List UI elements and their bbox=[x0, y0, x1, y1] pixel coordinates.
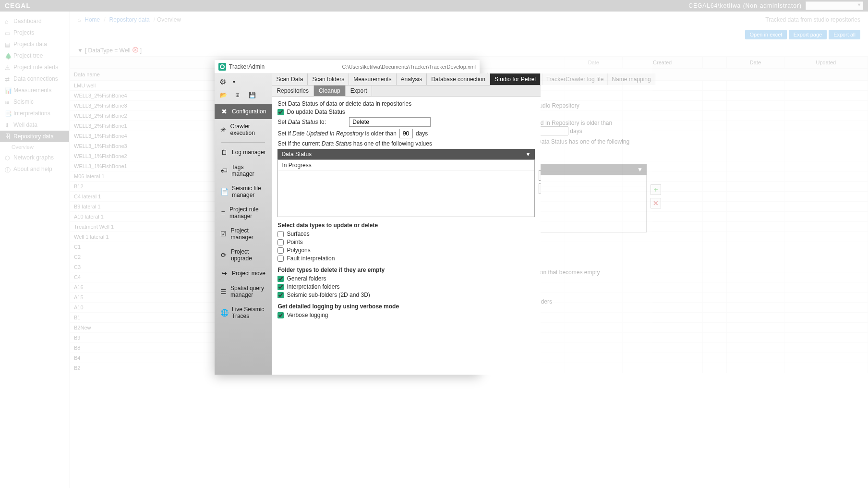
subtab-export[interactable]: Export bbox=[346, 85, 373, 96]
col-date2[interactable]: Date bbox=[727, 57, 784, 69]
tab-name-mapping[interactable]: Name mapping bbox=[608, 73, 655, 85]
dialog-titlebar[interactable]: TrackerAdmin C:\Users\ketilwa\Documents\… bbox=[215, 60, 480, 73]
filter-icon[interactable]: ▼ bbox=[525, 151, 531, 158]
sidebar-sub-overview[interactable]: Overview bbox=[0, 142, 69, 152]
nav-seismic-file[interactable]: 📄Seismic file manager bbox=[215, 181, 272, 202]
cb-seismic-sub[interactable] bbox=[277, 292, 284, 298]
sidebar-item-interpretations[interactable]: 📑Interpretations bbox=[0, 108, 69, 119]
tab-studio-petrel[interactable]: Studio for Petrel bbox=[490, 73, 541, 85]
upgrade-icon: ⟳ bbox=[220, 251, 227, 259]
sidebar-item-data-connections[interactable]: ⇄Data connections bbox=[0, 73, 69, 85]
filter-icon[interactable]: ▼ bbox=[637, 166, 643, 173]
sidebar-item-rule-alerts[interactable]: ⚠Project rule alerts bbox=[0, 61, 69, 73]
dialog-path: C:\Users\ketilwa\Documents\Tracker\Track… bbox=[267, 64, 476, 70]
sidebar: ⌂Dashboard ▭Projects ▤Projects data 🌲Pro… bbox=[0, 12, 70, 488]
cleanup-panel: Set Data Status of data or delete data i… bbox=[272, 97, 541, 375]
remove-status-icon[interactable]: ✕ bbox=[651, 198, 661, 208]
cb-polygons[interactable] bbox=[277, 247, 284, 254]
move-icon: ↪ bbox=[220, 269, 228, 277]
tab-db-connection[interactable]: Database connection bbox=[427, 73, 490, 85]
gear-icon[interactable]: ⚙ bbox=[219, 77, 226, 86]
nav-crawler[interactable]: ✳Crawler execution bbox=[215, 119, 272, 140]
nav-live-seismic[interactable]: 🌐Live Seismic Traces bbox=[215, 302, 272, 323]
nav-project-rule[interactable]: ≡Project rule manager bbox=[215, 202, 272, 223]
main-tabs: Scan Data Scan folders Measurements Anal… bbox=[272, 73, 541, 85]
seismic-file-icon: 📄 bbox=[220, 188, 228, 195]
sidebar-item-projects-data[interactable]: ▤Projects data bbox=[0, 38, 69, 50]
sidebar-item-about[interactable]: ⓘAbout and help bbox=[0, 163, 69, 175]
panel-heading: Set Data Status of data or delete data i… bbox=[277, 100, 535, 107]
add-status-icon[interactable]: ＋ bbox=[651, 184, 661, 195]
select-types-heading: Select data types to update or delete bbox=[277, 222, 535, 229]
rule-icon: ≡ bbox=[220, 209, 226, 217]
folder-types-heading: Folder types to delete if they are empty bbox=[277, 267, 535, 273]
dialog-nav: ⚙▾ 📂 🗎 💾 ✖Configuration ✳Crawler executi… bbox=[215, 73, 272, 375]
dialog-title: TrackerAdmin bbox=[229, 63, 265, 70]
filter-text: [ DataType = Well bbox=[85, 47, 131, 54]
brand-logo: CEGAL bbox=[5, 2, 31, 10]
verbose-heading: Get detailed logging by using verbose mo… bbox=[277, 303, 535, 310]
filter-clear-icon[interactable]: ⓧ bbox=[133, 46, 138, 54]
data-status-list: In Progress bbox=[277, 159, 535, 217]
crawler-icon: ✳ bbox=[220, 126, 226, 134]
nav-project-manager[interactable]: ☑Project manager bbox=[215, 223, 272, 244]
data-status-input[interactable] bbox=[349, 117, 431, 127]
remove-status-button[interactable]: ✕ bbox=[539, 183, 541, 194]
tab-analysis[interactable]: Analysis bbox=[397, 73, 427, 85]
subtab-repositories[interactable]: Repositories bbox=[272, 85, 314, 96]
sidebar-item-dashboard[interactable]: ⌂Dashboard bbox=[0, 15, 69, 27]
cb-surfaces[interactable] bbox=[277, 231, 284, 237]
tab-measurements[interactable]: Measurements bbox=[349, 73, 396, 85]
layers-icon: ☰ bbox=[220, 288, 227, 295]
nav-project-upgrade[interactable]: ⟳Project upgrade bbox=[215, 244, 272, 266]
sidebar-item-repository-data[interactable]: 🗄Repository data bbox=[0, 131, 69, 142]
user-dropdown[interactable] bbox=[806, 1, 863, 10]
export-all-button[interactable]: Export all bbox=[829, 30, 860, 39]
col-updated[interactable]: Updated bbox=[784, 57, 868, 69]
cb-verbose[interactable] bbox=[277, 312, 284, 318]
cb-general-folders[interactable] bbox=[277, 276, 284, 282]
home-icon: ⌂ bbox=[77, 16, 81, 23]
check-icon: ☑ bbox=[220, 230, 227, 238]
col-created[interactable]: Created bbox=[622, 57, 702, 69]
nav-tags-manager[interactable]: 🏷Tags manager bbox=[215, 160, 272, 181]
sidebar-item-measurements[interactable]: 📊Measurements bbox=[0, 85, 69, 96]
add-status-button[interactable]: ＋ bbox=[539, 170, 541, 181]
chevron-down-icon[interactable]: ▾ bbox=[233, 79, 235, 85]
nav-project-move[interactable]: ↪Project move bbox=[215, 266, 272, 281]
days-input[interactable] bbox=[399, 129, 413, 138]
open-excel-button[interactable]: Open in excel bbox=[745, 30, 787, 39]
tracker-admin-dialog: TrackerAdmin C:\Users\ketilwa\Documents\… bbox=[215, 60, 480, 375]
page-title: Tracked data from studio repositories bbox=[765, 16, 860, 23]
cb-points[interactable] bbox=[277, 239, 284, 245]
breadcrumb-home[interactable]: Home bbox=[84, 16, 100, 23]
data-status-header: Data Status ▼ bbox=[277, 149, 535, 159]
save-icon[interactable]: 💾 bbox=[248, 91, 256, 99]
sidebar-item-well-data[interactable]: ⬇Well data bbox=[0, 119, 69, 131]
sidebar-item-seismic[interactable]: ≋Seismic bbox=[0, 96, 69, 108]
data-status-item[interactable]: In Progress bbox=[278, 160, 534, 171]
nav-spatial-query[interactable]: ☰Spatial query manager bbox=[215, 281, 272, 302]
col-date[interactable]: Date bbox=[565, 57, 623, 69]
export-page-button[interactable]: Export page bbox=[789, 30, 827, 39]
breadcrumb-repo[interactable]: Repository data bbox=[109, 16, 150, 23]
globe-icon: 🌐 bbox=[220, 309, 228, 317]
sidebar-item-projects[interactable]: ▭Projects bbox=[0, 27, 69, 38]
nav-log-manager[interactable]: 🗒Log manager bbox=[215, 145, 272, 160]
cb-interp-folders[interactable] bbox=[277, 284, 284, 290]
new-file-icon[interactable]: 🗎 bbox=[234, 91, 241, 99]
tab-scan-folders[interactable]: Scan folders bbox=[308, 73, 349, 85]
user-label: CEGAL64\ketilwa (Non-administrator) bbox=[688, 2, 802, 9]
filter-icon: ▼ bbox=[77, 47, 83, 54]
nav-configuration[interactable]: ✖Configuration bbox=[215, 104, 272, 119]
tab-crawler-log[interactable]: TrackerCrawler log file bbox=[542, 73, 608, 85]
cb-do-update[interactable] bbox=[277, 109, 284, 115]
tag-icon: 🏷 bbox=[220, 167, 228, 174]
sidebar-item-project-tree[interactable]: 🌲Project tree bbox=[0, 50, 69, 61]
tab-scan-data[interactable]: Scan Data bbox=[272, 73, 308, 85]
filter-row: ▼ [ DataType = Well ⓧ ] bbox=[70, 44, 868, 56]
subtab-cleanup[interactable]: Cleanup bbox=[314, 85, 346, 96]
cb-fault[interactable] bbox=[277, 256, 284, 262]
folder-open-icon[interactable]: 📂 bbox=[219, 91, 227, 99]
sidebar-item-network-graphs[interactable]: ⬡Network graphs bbox=[0, 152, 69, 163]
